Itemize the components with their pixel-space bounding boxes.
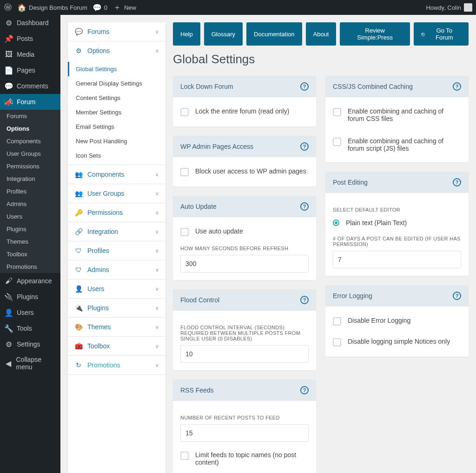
wp-submenu-users[interactable]: Users: [0, 210, 60, 223]
wp-logo[interactable]: ⓦ: [4, 3, 12, 12]
combine-css-checkbox[interactable]: [333, 108, 341, 116]
flood-interval-input[interactable]: [180, 345, 309, 363]
wp-menu-settings[interactable]: ⚙Settings: [0, 336, 60, 352]
help-icon[interactable]: ?: [300, 386, 309, 394]
wp-submenu-plugins[interactable]: Plugins: [0, 223, 60, 235]
comments-link[interactable]: 💬0: [93, 3, 107, 12]
rss-count-input[interactable]: [180, 424, 309, 442]
disable-notices-checkbox[interactable]: [333, 338, 341, 346]
new-link[interactable]: ＋New: [113, 3, 136, 12]
wp-menu-dashboard[interactable]: ⚙Dashboard: [0, 15, 60, 31]
forum-nav-admins[interactable]: 🛡Admins∨: [68, 260, 165, 279]
lock-forum-checkbox[interactable]: [180, 108, 189, 116]
card-rss: RSS Feeds? NUMBER OF RECENT POSTS TO FEE…: [173, 380, 316, 473]
forum-nav-user-groups[interactable]: 👥User Groups∨: [68, 184, 165, 203]
help-icon[interactable]: ?: [300, 202, 309, 211]
wp-menu-appearance[interactable]: 🖌Appearance: [0, 273, 60, 289]
disable-errorlog-checkbox[interactable]: [333, 317, 341, 326]
chevron-icon: ∨: [155, 172, 159, 178]
wp-menu-label: Forum: [17, 98, 35, 106]
site-name-link[interactable]: 🏠Design Bombs Forum: [18, 3, 87, 12]
wp-submenu-forums[interactable]: Forums: [0, 110, 60, 122]
wp-menu-media[interactable]: 🖼Media: [0, 47, 60, 62]
avatar: [464, 3, 472, 12]
forum-nav-promotions[interactable]: ↻Promotions∨: [68, 356, 165, 374]
forum-nav-users[interactable]: 👤Users∨: [68, 280, 165, 298]
wp-menu-comments[interactable]: 💬Comments: [0, 78, 60, 94]
wp-submenu-permissions[interactable]: Permissions: [0, 160, 60, 173]
forum-nav-components[interactable]: 👥Components∨: [68, 165, 165, 184]
forum-nav-label: Toolbox: [87, 342, 110, 350]
forum-nav-toolbox[interactable]: 🧰Toolbox∨: [68, 337, 165, 355]
wp-submenu-promotions[interactable]: Promotions: [0, 260, 60, 273]
about-button[interactable]: About: [306, 22, 337, 46]
howdy-link[interactable]: Howdy, Colin: [426, 3, 472, 12]
card-title: Post Editing: [333, 179, 368, 186]
help-icon[interactable]: ?: [300, 296, 309, 304]
wp-menu-tools[interactable]: 🔧Tools: [0, 320, 60, 336]
forum-nav-profiles[interactable]: 🛡Profiles∨: [68, 241, 165, 260]
chevron-icon: ∨: [155, 305, 159, 311]
wp-menu-plugins[interactable]: 🔌Plugins: [0, 289, 60, 305]
forum-nav-forums[interactable]: 💬Forums∨: [68, 22, 165, 41]
wp-submenu-profiles[interactable]: Profiles: [0, 185, 60, 198]
autoupdate-checkbox[interactable]: [180, 228, 189, 236]
forum-nav-item-content-settings[interactable]: Content Settings: [68, 91, 165, 105]
users-icon: 👤: [5, 308, 13, 317]
forum-nav-themes[interactable]: 🎨Themes∨: [68, 318, 165, 336]
autoupdate-label: Use auto update: [195, 227, 243, 235]
help-icon[interactable]: ?: [300, 142, 309, 151]
go-to-forum-button[interactable]: ⎋Go To Forum: [414, 22, 469, 46]
wp-submenu-integration[interactable]: Integration: [0, 173, 60, 185]
disable-errorlog-label: Disable Error Logging: [348, 317, 410, 324]
forum-nav-item-email-settings[interactable]: Email Settings: [68, 120, 165, 134]
help-icon[interactable]: ?: [453, 82, 461, 91]
help-icon[interactable]: ?: [453, 178, 461, 187]
help-icon[interactable]: ?: [300, 82, 309, 91]
wp-menu-label: Appearance: [17, 277, 52, 285]
help-button[interactable]: Help: [173, 22, 200, 46]
wp-menu-pages[interactable]: 📄Pages: [0, 62, 60, 78]
media-icon: 🖼: [5, 50, 13, 59]
comment-icon: 💬: [93, 3, 101, 12]
wp-menu-posts[interactable]: 📌Posts: [0, 31, 60, 47]
glossary-button[interactable]: Glossary: [204, 22, 243, 46]
forum-nav-item-new-post-handling[interactable]: New Post Handling: [68, 134, 165, 148]
combine-js-label: Enable combining and caching of forum sc…: [348, 137, 461, 152]
forum-nav-label: Themes: [87, 323, 111, 331]
site-name-label: Design Bombs Forum: [29, 4, 87, 11]
forum-nav-item-member-settings[interactable]: Member Settings: [68, 105, 165, 120]
editor-plaintext-radio[interactable]: [333, 220, 339, 226]
documentation-button[interactable]: Documentation: [246, 22, 302, 46]
wp-submenu-toolbox[interactable]: Toolbox: [0, 248, 60, 260]
edit-days-input[interactable]: [333, 251, 461, 268]
forum-nav-item-icon-sets[interactable]: Icon Sets: [68, 148, 165, 163]
combine-js-checkbox[interactable]: [333, 138, 341, 146]
review-simple-press-button[interactable]: Review Simple:Press: [340, 22, 410, 46]
chevron-icon: ∨: [155, 210, 159, 216]
card-wpadmin: WP Admin Pages Access? Block user access…: [173, 136, 316, 187]
forum-nav-item-global-settings[interactable]: Global Settings: [68, 62, 165, 76]
refresh-seconds-label: HOW MANY SECONDS BEFORE REFRESH: [180, 246, 309, 251]
forum-nav-integration[interactable]: 🔗Integration∨: [68, 222, 165, 241]
wp-menu-users[interactable]: 👤Users: [0, 305, 60, 320]
wp-submenu-admins[interactable]: Admins: [0, 198, 60, 210]
wp-submenu-user-groups[interactable]: User Groups: [0, 147, 60, 160]
lock-forum-label: Lock the entire forum (read only): [195, 107, 289, 115]
forum-nav-plugins[interactable]: 🔌Plugins∨: [68, 299, 165, 317]
forum-nav-permissions[interactable]: 🔑Permissions∨: [68, 203, 165, 222]
rss-limit-checkbox[interactable]: [180, 452, 189, 460]
wp-submenu-themes[interactable]: Themes: [0, 235, 60, 248]
wp-submenu-options[interactable]: Options: [0, 122, 60, 135]
forum-nav-options[interactable]: ⚙Options∧: [68, 41, 165, 60]
wp-menu-collapse-menu[interactable]: ◀Collapse menu: [0, 352, 60, 374]
block-wpadmin-checkbox[interactable]: [180, 168, 189, 176]
chevron-icon: ∧: [155, 48, 159, 54]
wp-menu-forum[interactable]: 📣Forum: [0, 94, 60, 110]
help-icon[interactable]: ?: [453, 292, 461, 300]
forum-nav-label: Profiles: [87, 247, 109, 254]
card-errorlog: Error Logging? Disable Error Logging Dis…: [325, 285, 469, 357]
refresh-seconds-input[interactable]: [180, 255, 309, 273]
forum-nav-item-general-display-settings[interactable]: General Display Settings: [68, 76, 165, 91]
wp-submenu-components[interactable]: Components: [0, 135, 60, 147]
